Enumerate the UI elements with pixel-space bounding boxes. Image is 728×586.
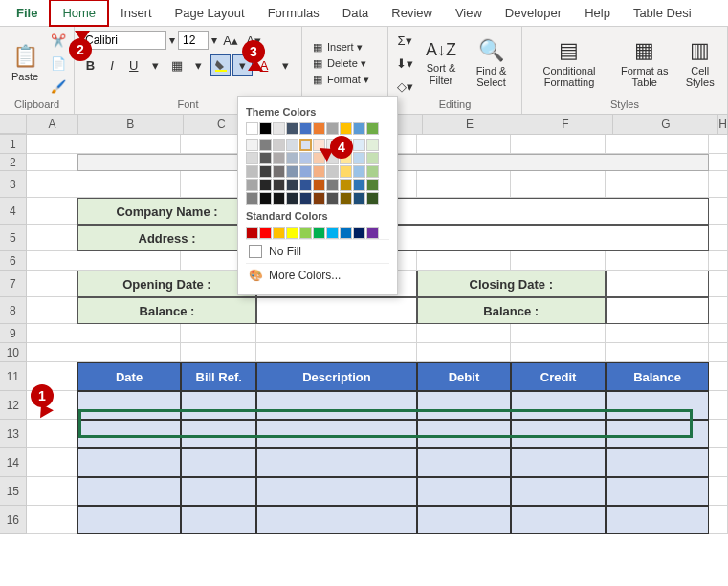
cell[interactable] bbox=[606, 251, 709, 271]
theme-swatch[interactable] bbox=[273, 152, 285, 164]
theme-swatch[interactable] bbox=[273, 165, 285, 178]
underline-dropdown[interactable]: ▾ bbox=[145, 54, 165, 76]
theme-swatch[interactable] bbox=[299, 179, 312, 191]
tab-formulas[interactable]: Formulas bbox=[256, 1, 331, 25]
standard-swatch[interactable] bbox=[313, 227, 325, 239]
theme-swatch[interactable] bbox=[259, 122, 272, 135]
borders-button[interactable]: ▦ bbox=[167, 54, 188, 76]
theme-swatch[interactable] bbox=[273, 179, 285, 191]
closing-value[interactable] bbox=[606, 271, 709, 297]
cell[interactable] bbox=[417, 324, 512, 343]
col-description[interactable]: Description bbox=[256, 362, 417, 391]
format-as-table-button[interactable]: ▦ Format as Table bbox=[614, 30, 674, 97]
italic-button[interactable]: I bbox=[102, 54, 122, 76]
theme-swatch[interactable] bbox=[366, 179, 379, 191]
cell[interactable] bbox=[709, 297, 728, 324]
data-cell[interactable] bbox=[77, 420, 181, 448]
theme-swatch[interactable] bbox=[340, 122, 352, 135]
row-header[interactable]: 11 bbox=[0, 362, 27, 391]
increase-font-button[interactable]: A▴ bbox=[220, 30, 241, 51]
cell[interactable] bbox=[27, 251, 77, 271]
theme-swatch[interactable] bbox=[246, 192, 258, 205]
balance-left-value[interactable] bbox=[256, 297, 417, 324]
theme-swatch[interactable] bbox=[366, 152, 379, 164]
theme-swatch[interactable] bbox=[366, 192, 379, 205]
data-cell[interactable] bbox=[417, 391, 512, 420]
theme-swatch[interactable] bbox=[273, 139, 285, 151]
cell[interactable] bbox=[511, 324, 606, 343]
theme-swatch[interactable] bbox=[326, 122, 339, 135]
row-header[interactable]: 15 bbox=[0, 477, 27, 506]
cell[interactable] bbox=[27, 477, 77, 506]
theme-swatch[interactable] bbox=[366, 139, 379, 151]
theme-swatch[interactable] bbox=[366, 122, 379, 135]
company-label[interactable]: Company Name : bbox=[77, 198, 256, 225]
tab-table-design[interactable]: Table Desi bbox=[622, 1, 703, 25]
cell[interactable] bbox=[417, 343, 512, 362]
theme-swatch[interactable] bbox=[259, 139, 272, 151]
theme-swatch[interactable] bbox=[326, 192, 339, 205]
cell[interactable] bbox=[256, 324, 417, 343]
more-colors-item[interactable]: 🎨 More Colors... bbox=[246, 263, 389, 287]
cell[interactable] bbox=[27, 271, 77, 297]
theme-swatch[interactable] bbox=[313, 179, 325, 191]
cell[interactable] bbox=[709, 477, 728, 506]
data-cell[interactable] bbox=[606, 506, 709, 534]
cell[interactable] bbox=[709, 251, 728, 271]
data-cell[interactable] bbox=[417, 448, 512, 477]
tab-page-layout[interactable]: Page Layout bbox=[164, 1, 256, 25]
theme-swatch[interactable] bbox=[326, 165, 339, 178]
theme-swatch[interactable] bbox=[340, 179, 352, 191]
cell[interactable] bbox=[77, 135, 181, 154]
theme-swatch[interactable] bbox=[353, 122, 365, 135]
data-cell[interactable] bbox=[417, 420, 512, 448]
theme-swatch[interactable] bbox=[259, 179, 272, 191]
theme-swatch[interactable] bbox=[286, 192, 298, 205]
theme-swatch[interactable] bbox=[246, 139, 258, 151]
theme-swatch[interactable] bbox=[259, 192, 272, 205]
cell[interactable] bbox=[77, 251, 181, 271]
theme-swatch[interactable] bbox=[299, 122, 312, 135]
cell[interactable] bbox=[27, 171, 77, 198]
theme-swatch[interactable] bbox=[273, 122, 285, 135]
col-balance[interactable]: Balance bbox=[606, 362, 709, 391]
cell[interactable] bbox=[417, 171, 512, 198]
theme-swatch[interactable] bbox=[286, 122, 298, 135]
data-cell[interactable] bbox=[606, 448, 709, 477]
row-header[interactable]: 8 bbox=[0, 297, 27, 324]
font-name-input[interactable] bbox=[80, 31, 166, 50]
standard-swatch[interactable] bbox=[353, 227, 365, 239]
autosum-button[interactable]: Σ▾ bbox=[394, 30, 415, 51]
cell[interactable] bbox=[709, 198, 728, 225]
data-cell[interactable] bbox=[181, 506, 256, 534]
underline-button[interactable]: U bbox=[123, 54, 143, 76]
tab-developer[interactable]: Developer bbox=[494, 1, 573, 25]
cell[interactable] bbox=[77, 343, 181, 362]
cell[interactable] bbox=[709, 343, 728, 362]
standard-swatch[interactable] bbox=[326, 227, 339, 239]
tab-help[interactable]: Help bbox=[573, 1, 622, 25]
theme-swatch[interactable] bbox=[353, 192, 365, 205]
cell[interactable] bbox=[181, 324, 256, 343]
row-header[interactable]: 10 bbox=[0, 343, 27, 362]
data-cell[interactable] bbox=[181, 448, 256, 477]
row-header[interactable]: 3 bbox=[0, 171, 27, 198]
cell[interactable] bbox=[27, 448, 77, 477]
theme-swatch[interactable] bbox=[353, 165, 365, 178]
standard-swatch[interactable] bbox=[259, 227, 272, 239]
cell[interactable] bbox=[709, 225, 728, 251]
cell[interactable] bbox=[709, 448, 728, 477]
cell[interactable] bbox=[606, 171, 709, 198]
cell[interactable] bbox=[27, 343, 77, 362]
theme-swatch[interactable] bbox=[286, 165, 298, 178]
tab-review[interactable]: Review bbox=[380, 1, 444, 25]
balance-right-value[interactable] bbox=[606, 297, 709, 324]
select-all-corner[interactable] bbox=[0, 115, 27, 134]
fill-color-button[interactable] bbox=[210, 54, 231, 76]
theme-swatch[interactable] bbox=[299, 192, 312, 205]
cell[interactable] bbox=[606, 343, 709, 362]
tab-insert[interactable]: Insert bbox=[109, 1, 164, 25]
cell[interactable] bbox=[709, 171, 728, 198]
col-G[interactable]: G bbox=[613, 115, 718, 134]
cell[interactable] bbox=[709, 135, 728, 154]
